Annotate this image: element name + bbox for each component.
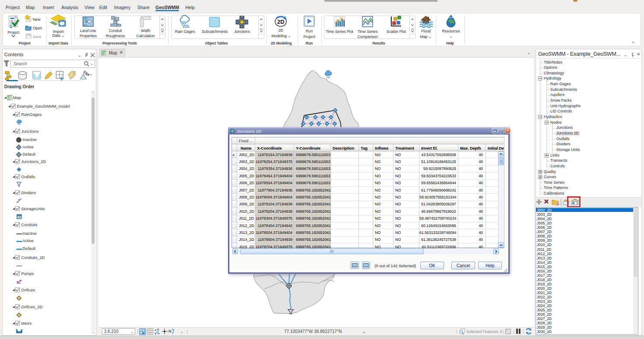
svg-text:2D: 2D xyxy=(277,19,285,25)
svg-text:N: N xyxy=(168,329,171,333)
